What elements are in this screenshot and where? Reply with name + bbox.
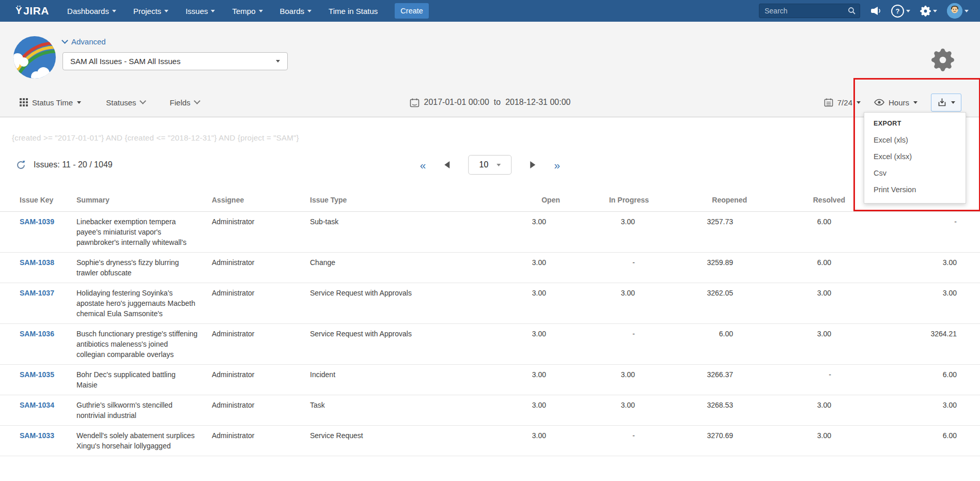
assignee-cell: Administrator [212,253,310,283]
toolbar-left: Status Time Statuses Fields [20,98,199,107]
saved-filter-select[interactable]: SAM All Issues - SAM All Issues [63,52,288,70]
issues-count-text: Issues: 11 - 20 / 1049 [34,160,113,169]
issue-key-cell: SAM-1033 [0,426,76,456]
top-nav: Ϋ JIRA DashboardsProjectsIssuesTempoBoar… [0,0,980,22]
open-cell: 3.00 [471,253,560,283]
chevron-down-icon [857,101,861,104]
filter-block: Advanced SAM All Issues - SAM All Issues [63,37,288,70]
col-header-open: Open [471,190,560,212]
nav-item-dashboards[interactable]: Dashboards [67,7,116,15]
date-range-picker[interactable]: 2017-01-01 00:00 to 2018-12-31 00:00 [410,98,571,107]
open-cell: 3.00 [471,324,560,365]
first-page-icon[interactable]: « [420,160,426,170]
search-input[interactable] [759,4,860,18]
jira-mark-icon: Ϋ [15,5,22,17]
report-type-menu[interactable]: Status Time [20,98,81,107]
megaphone-icon [870,5,881,17]
col-header-assignee: Assignee [212,190,310,212]
page: Ϋ JIRA DashboardsProjectsIssuesTempoBoar… [0,0,980,481]
nav-item-projects[interactable]: Projects [133,7,168,15]
statuses-menu[interactable]: Statuses [106,98,145,107]
reopened-cell: 6.00 [649,324,747,365]
export-option-excel-xlsx[interactable]: Excel (xlsx) [864,148,966,165]
issue-key-cell: SAM-1039 [0,212,76,253]
last-page-icon[interactable]: » [554,160,561,170]
date-from: 2017-01-01 00:00 [424,98,489,107]
export-option-print-version[interactable]: Print Version [864,181,966,198]
export-option-excel-xls[interactable]: Excel (xls) [864,132,966,148]
announcements-button[interactable] [870,5,881,17]
export-dropdown: EXPORT Excel (xls)Excel (xlsx)CsvPrint V… [864,112,966,204]
summary-cell: Bohr Dec's supplicated battling Maisie [76,365,212,395]
table-row: SAM-1039Linebacker exemption tempera pay… [0,212,980,253]
open-cell: 3.00 [471,395,560,426]
issue-type-cell: Service Request [310,426,471,456]
help-menu[interactable]: ? [891,5,910,18]
admin-menu[interactable] [920,6,937,17]
nav-item-time-in-status[interactable]: Time in Status [329,7,378,15]
nav-item-tempo[interactable]: Tempo [232,7,262,15]
summary-cell: Guthrie's silkworm's stencilled nontrivi… [76,395,212,426]
col-header-resolved: Resolved [747,190,845,212]
advanced-toggle[interactable]: Advanced [63,37,106,46]
table-row: SAM-1034Guthrie's silkworm's stencilled … [0,395,980,426]
eye-icon [874,99,884,106]
chevron-down-icon [276,60,280,63]
nav-menus: DashboardsProjectsIssuesTempoBoards [67,7,312,15]
col-header-issue-type: Issue Type [310,190,471,212]
issue-key-link[interactable]: SAM-1033 [20,431,54,440]
summary-cell: Linebacker exemption tempera payee's min… [76,212,212,253]
jira-logo[interactable]: Ϋ JIRA [15,5,49,17]
assignee-cell: Administrator [212,283,310,324]
chevron-down-icon [77,101,81,104]
settings-button[interactable] [931,49,954,73]
issue-key-cell: SAM-1037 [0,283,76,324]
unit-menu[interactable]: Hours [874,98,917,107]
date-to: 2018-12-31 00:00 [505,98,570,107]
search-box [759,4,860,18]
issue-key-link[interactable]: SAM-1037 [20,289,54,297]
gear-icon [931,49,954,71]
prev-page-icon[interactable] [445,161,450,168]
create-button[interactable]: Create [395,3,429,19]
export-dropdown-title: EXPORT [864,113,966,132]
chevron-down-icon [965,10,969,12]
issue-key-cell: SAM-1034 [0,395,76,426]
nav-item-boards[interactable]: Boards [280,7,312,15]
nav-item-issues[interactable]: Issues [185,7,215,15]
chevron-down-icon [164,10,168,12]
toolbar-right: 7/24 Hours [824,94,961,112]
resolved-cell: 3.00 [747,395,845,426]
assignee-cell: Administrator [212,426,310,456]
export-option-csv[interactable]: Csv [864,165,966,181]
export-button[interactable] [931,94,961,112]
statuses-label: Statuses [106,98,136,107]
reopened-cell: 3270.69 [649,426,747,456]
calendar-mode-menu[interactable]: 7/24 [824,98,861,107]
refresh-icon[interactable] [15,160,26,170]
col-header-issue-key: Issue Key [0,190,76,212]
issue-key-cell: SAM-1036 [0,324,76,365]
chevron-down-icon [913,101,917,104]
issue-key-link[interactable]: SAM-1035 [20,370,54,379]
page-size-select[interactable]: 10 [469,155,512,175]
closed-cell: 3.00 [845,283,980,324]
issue-key-link[interactable]: SAM-1038 [20,258,54,267]
header-band: Advanced SAM All Issues - SAM All Issues… [0,22,980,117]
issue-key-link[interactable]: SAM-1039 [20,218,54,226]
closed-cell: 6.00 [845,426,980,456]
fields-menu[interactable]: Fields [170,98,199,107]
user-menu[interactable] [947,3,969,19]
next-page-icon[interactable] [531,161,536,168]
app-logo [13,36,56,79]
col-header-summary: Summary [76,190,212,212]
issues-table: Issue KeySummaryAssigneeIssue TypeOpenIn… [0,190,980,456]
saved-filter-value: SAM All Issues - SAM All Issues [70,57,180,66]
table-header-row: Issue KeySummaryAssigneeIssue TypeOpenIn… [0,190,980,212]
issue-key-link[interactable]: SAM-1036 [20,330,54,338]
issue-key-link[interactable]: SAM-1034 [20,401,54,409]
in-progress-cell: - [560,253,649,283]
issue-type-cell: Change [310,253,471,283]
report-type-label: Status Time [32,98,73,107]
table-row: SAM-1033Wendell's solely abatement surpl… [0,426,980,456]
